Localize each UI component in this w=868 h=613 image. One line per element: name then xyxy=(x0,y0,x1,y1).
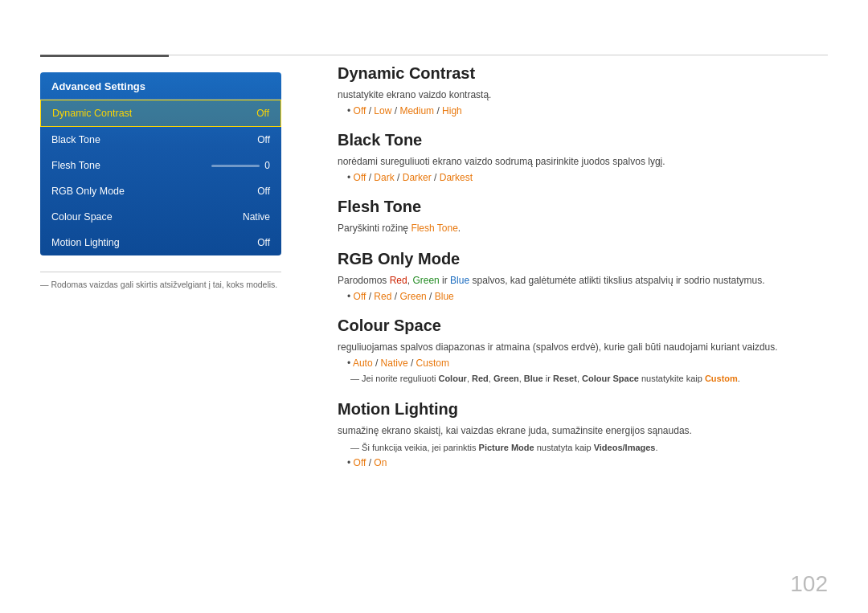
option-red-rgb: Red xyxy=(374,291,391,302)
top-separator-accent xyxy=(40,55,169,57)
section-title-black-tone: Black Tone xyxy=(338,131,828,149)
menu-value-colour-space: Native xyxy=(243,211,270,223)
section-black-tone: Black Tone norėdami sureguliuoti ekrano … xyxy=(338,131,828,183)
section-title-dynamic-contrast: Dynamic Contrast xyxy=(338,64,828,83)
menu-label-dynamic-contrast: Dynamic Contrast xyxy=(52,108,132,119)
menu-value-motion-lighting: Off xyxy=(257,237,270,248)
option-medium-dc: Medium xyxy=(399,105,434,116)
option-native-cs: Native xyxy=(381,358,408,369)
option-darker-bt: Darker xyxy=(403,172,432,183)
menu-label-black-tone: Black Tone xyxy=(51,134,100,145)
section-desc-black-tone: norėdami sureguliuoti ekrano vaizdo sodr… xyxy=(338,154,828,169)
cs-note-green: Green xyxy=(493,374,519,383)
right-content: Dynamic Contrast nustatykite ekrano vaiz… xyxy=(338,64,828,573)
menu-item-colour-space[interactable]: Colour Space Native xyxy=(40,204,281,230)
section-title-colour-space: Colour Space xyxy=(338,317,828,335)
option-auto-cs: Auto xyxy=(353,358,373,369)
option-darkest-bt: Darkest xyxy=(440,172,473,183)
cs-note-blue: Blue xyxy=(524,374,543,383)
rgb-blue-label: Blue xyxy=(450,275,469,286)
option-custom-cs: Custom xyxy=(416,358,449,369)
menu-value-dynamic-contrast: Off xyxy=(256,108,269,119)
section-title-rgb-only-mode: RGB Only Mode xyxy=(338,250,828,268)
section-desc-motion-lighting: sumažinę ekrano skaistį, kai vaizdas ekr… xyxy=(338,423,828,438)
option-off-rgb: Off xyxy=(354,291,366,302)
ml-note-videos-images: Videos/Images xyxy=(594,443,656,452)
cs-note-colour: Colour xyxy=(438,374,466,383)
section-options-rgb-only-mode: Off / Red / Green / Blue xyxy=(347,291,828,302)
option-low-dc: Low xyxy=(374,105,391,116)
rgb-green-label: Green xyxy=(412,275,439,286)
menu-value-rgb-only-mode: Off xyxy=(257,186,270,197)
section-options-motion-lighting: Off / On xyxy=(347,457,828,468)
panel-title: Advanced Settings xyxy=(40,72,281,100)
section-note-motion-lighting: Ši funkcija veikia, jei parinktis Pictur… xyxy=(350,441,828,455)
section-motion-lighting: Motion Lighting sumažinę ekrano skaistį,… xyxy=(338,400,828,469)
menu-label-rgb-only-mode: RGB Only Mode xyxy=(51,186,125,197)
menu-item-black-tone[interactable]: Black Tone Off xyxy=(40,127,281,153)
option-off-dc: Off xyxy=(354,105,366,116)
menu-item-flesh-tone[interactable]: Flesh Tone 0 xyxy=(40,153,281,178)
option-blue-rgb: Blue xyxy=(435,291,454,302)
section-desc-flesh-tone: Paryškinti rožinę Flesh Tone. xyxy=(338,221,828,235)
section-options-colour-space: Auto / Native / Custom xyxy=(347,358,828,369)
menu-value-black-tone: Off xyxy=(257,134,270,145)
section-options-black-tone: Off / Dark / Darker / Darkest xyxy=(347,172,828,183)
section-title-flesh-tone: Flesh Tone xyxy=(338,198,828,216)
menu-item-motion-lighting[interactable]: Motion Lighting Off xyxy=(40,230,281,255)
section-colour-space: Colour Space reguliuojamas spalvos diapa… xyxy=(338,317,828,386)
menu-label-motion-lighting: Motion Lighting xyxy=(51,237,120,248)
menu-label-flesh-tone: Flesh Tone xyxy=(51,160,100,171)
section-title-motion-lighting: Motion Lighting xyxy=(338,400,828,419)
cs-note-custom: Custom xyxy=(705,374,738,383)
section-rgb-only-mode: RGB Only Mode Parodomos Red, Green ir Bl… xyxy=(338,250,828,302)
cs-note-reset: Reset xyxy=(553,374,577,383)
advanced-settings-menu: Advanced Settings Dynamic Contrast Off B… xyxy=(40,72,281,255)
section-desc-colour-space: reguliuojamas spalvos diapazonas ir atma… xyxy=(338,340,828,354)
flesh-tone-slider-track xyxy=(211,165,260,167)
section-dynamic-contrast: Dynamic Contrast nustatykite ekrano vaiz… xyxy=(338,64,828,116)
option-dark-bt: Dark xyxy=(374,172,394,183)
menu-item-dynamic-contrast[interactable]: Dynamic Contrast Off xyxy=(40,100,281,127)
cs-note-red: Red xyxy=(472,374,489,383)
option-high-dc: High xyxy=(442,105,462,116)
cs-note-colourspace: Colour Space xyxy=(582,374,639,383)
option-off-ml: Off xyxy=(354,457,366,468)
option-off-bt: Off xyxy=(354,172,366,183)
menu-item-rgb-only-mode[interactable]: RGB Only Mode Off xyxy=(40,178,281,204)
ml-note-picture-mode: Picture Mode xyxy=(479,443,534,452)
menu-value-flesh-tone: 0 xyxy=(264,160,270,171)
section-options-dynamic-contrast: Off / Low / Medium / High xyxy=(347,105,828,116)
section-desc-dynamic-contrast: nustatykite ekrano vaizdo kontrastą. xyxy=(338,88,828,102)
section-note-colour-space: Jei norite reguliuoti Colour, Red, Green… xyxy=(350,372,828,386)
section-flesh-tone: Flesh Tone Paryškinti rožinę Flesh Tone. xyxy=(338,198,828,235)
menu-label-colour-space: Colour Space xyxy=(51,211,113,223)
flesh-tone-highlight: Flesh Tone xyxy=(411,223,457,234)
page-number: 102 xyxy=(790,571,828,597)
option-green-rgb: Green xyxy=(399,291,426,302)
section-desc-rgb-only-mode: Parodomos Red, Green ir Blue spalvos, ka… xyxy=(338,273,828,288)
option-on-ml: On xyxy=(374,457,387,468)
left-panel: Advanced Settings Dynamic Contrast Off B… xyxy=(40,72,281,291)
flesh-tone-slider-row: 0 xyxy=(211,160,270,171)
rgb-red-label: Red xyxy=(390,275,407,286)
left-panel-note: — Rodomas vaizdas gali skirtis atsižvelg… xyxy=(40,272,281,291)
